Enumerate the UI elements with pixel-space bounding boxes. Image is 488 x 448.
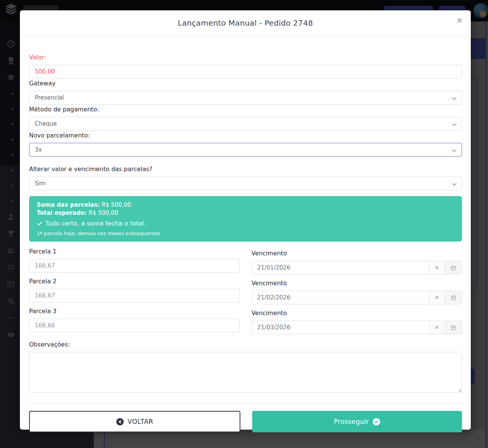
- vencimento-field: Vencimento✕: [251, 280, 462, 304]
- date-group: ✕: [251, 291, 462, 304]
- content-border: [485, 21, 486, 448]
- sidebar-item-layout-icon[interactable]: [0, 276, 21, 293]
- alterar-label: Alterar valor e vencimento das parcelas?: [29, 166, 462, 173]
- prosseguir-label: Prosseguir: [334, 418, 369, 425]
- sidebar-item-settings-icon[interactable]: [0, 293, 21, 309]
- parcela-label: Parcela 2: [29, 278, 240, 285]
- voltar-label: VOLTAR: [127, 418, 153, 425]
- date-group: ✕: [251, 261, 462, 275]
- parcela-input[interactable]: [29, 319, 240, 332]
- row-accent-border: [104, 430, 105, 448]
- valor-field: Valor:: [29, 54, 462, 78]
- sidebar-item-trophy-icon[interactable]: [0, 225, 21, 242]
- valor-input[interactable]: [29, 65, 462, 78]
- vencimento-field: Vencimento✕: [251, 250, 462, 275]
- sidebar-subitem-dot[interactable]: [0, 101, 21, 116]
- modal-lancamento-manual: Lançamento Manual - Pedido 2748 × Valor:…: [20, 10, 471, 430]
- metodo-select[interactable]: Cheque: [29, 117, 462, 131]
- parcela-label: Parcela 3: [29, 308, 240, 315]
- observacoes-label: Observações:: [29, 341, 462, 348]
- parcela-input[interactable]: [29, 289, 240, 302]
- sidebar-item-graduation-cap-icon[interactable]: [0, 69, 21, 86]
- sidebar-subitem-dot[interactable]: [0, 132, 21, 147]
- observacoes-textarea[interactable]: [29, 352, 462, 392]
- sidebar-icons: PDF: [0, 35, 21, 343]
- modal-actions: VOLTAR Prosseguir: [29, 411, 462, 432]
- clear-date-icon[interactable]: ✕: [429, 261, 444, 275]
- modal-title: Lançamento Manual - Pedido 2748: [178, 18, 313, 28]
- modal-header: Lançamento Manual - Pedido 2748 ×: [20, 10, 471, 36]
- screen: PDF Material - Venda - Exemplo de materi…: [0, 0, 488, 448]
- calendar-icon[interactable]: [444, 291, 462, 304]
- date-group: ✕: [251, 320, 462, 334]
- sidebar-subitem-dot[interactable]: [0, 178, 21, 193]
- parcelamento-value: 3x: [35, 146, 42, 153]
- parcelamento-field: Novo parcelamento: 3x: [29, 132, 462, 157]
- sidebar-subitem-dot[interactable]: [0, 147, 21, 162]
- alterar-select[interactable]: Sim: [29, 177, 462, 190]
- parcela-field: Parcela 2: [29, 278, 240, 304]
- soma-value: R$ 500,00: [101, 201, 131, 208]
- sidebar-item-dashboard-icon[interactable]: [0, 35, 21, 52]
- vencimento-input[interactable]: [251, 291, 429, 304]
- check-circle-icon: [372, 418, 380, 426]
- svg-text:PDF: PDF: [9, 61, 14, 64]
- sidebar-subitem-dot[interactable]: [0, 162, 21, 178]
- voltar-button[interactable]: VOLTAR: [29, 411, 240, 432]
- parcela-field: Parcela 3: [29, 308, 240, 334]
- sidebar-item-user-icon[interactable]: [0, 208, 21, 225]
- gateway-select[interactable]: Presencial: [29, 91, 462, 105]
- sidebar-item-handshake-icon[interactable]: [0, 326, 21, 343]
- sidebar-item-pdf-icon[interactable]: PDF: [0, 52, 21, 69]
- vencimento-input[interactable]: [251, 261, 429, 275]
- soma-label: Soma das parcelas:: [37, 201, 100, 208]
- clear-date-icon[interactable]: ✕: [429, 320, 444, 334]
- parcelamento-label: Novo parcelamento:: [29, 132, 462, 139]
- parcelas-grid: Parcela 1Vencimento✕Parcela 2Vencimento✕…: [29, 248, 462, 338]
- footer-divider: [29, 403, 462, 404]
- sidebar-subitem-dot[interactable]: [0, 86, 21, 101]
- avatar[interactable]: [473, 3, 488, 18]
- ok-message: Tudo certo, a soma fecha o total.: [45, 220, 146, 227]
- parcela-label: Parcela 1: [29, 248, 240, 255]
- brand-text: [23, 5, 58, 10]
- summary-alert: Soma das parcelas: R$ 500,00 Total esper…: [29, 196, 462, 242]
- alert-note: 1ª parcela hoje; demais nos meses subseq…: [37, 231, 454, 236]
- alterar-field: Alterar valor e vencimento das parcelas?…: [29, 166, 462, 190]
- parcelamento-select[interactable]: 3x: [29, 143, 462, 157]
- ok-line: Tudo certo, a soma fecha o total.: [37, 220, 454, 227]
- check-icon: [37, 221, 42, 226]
- calendar-icon[interactable]: [444, 320, 462, 334]
- metodo-field: Método de pagamento: Cheque: [29, 106, 462, 131]
- valor-label: Valor:: [29, 54, 462, 61]
- background-card-edge: [115, 445, 475, 448]
- soma-line: Soma das parcelas: R$ 500,00: [37, 201, 454, 209]
- gateway-field: Gateway Presencial: [29, 80, 462, 105]
- sidebar-item-users-icon[interactable]: [0, 242, 21, 259]
- vencimento-label: Vencimento: [251, 280, 462, 287]
- layers-logo-icon: [3, 2, 20, 19]
- vencimento-field: Vencimento✕: [251, 310, 462, 334]
- sidebar-subitem-dot[interactable]: [0, 116, 21, 132]
- modal-body: Valor: Gateway Presencial Método de paga…: [20, 36, 471, 432]
- total-label: Total esperado:: [37, 209, 87, 216]
- total-value: R$ 500,00: [89, 209, 118, 216]
- arrow-left-circle-icon: [116, 418, 124, 426]
- metodo-value: Cheque: [35, 120, 57, 127]
- vencimento-label: Vencimento: [251, 310, 462, 317]
- metodo-label: Método de pagamento:: [29, 106, 462, 113]
- total-line: Total esperado: R$ 500,00: [37, 209, 454, 217]
- parcela-input[interactable]: [29, 259, 240, 273]
- parcela-field: Parcela 1: [29, 248, 240, 275]
- sidebar-subitem-dot[interactable]: [0, 193, 21, 208]
- clear-date-icon[interactable]: ✕: [429, 291, 444, 304]
- sidebar-item-cart-icon[interactable]: [0, 259, 21, 276]
- vencimento-label: Vencimento: [251, 250, 462, 257]
- close-icon[interactable]: ×: [457, 16, 462, 25]
- gateway-value: Presencial: [35, 94, 64, 101]
- vencimento-input[interactable]: [251, 320, 429, 334]
- calendar-icon[interactable]: [444, 261, 462, 275]
- sidebar-item-ellipsis-icon[interactable]: [0, 309, 21, 326]
- prosseguir-button[interactable]: Prosseguir: [252, 411, 462, 432]
- gateway-label: Gateway: [29, 80, 462, 87]
